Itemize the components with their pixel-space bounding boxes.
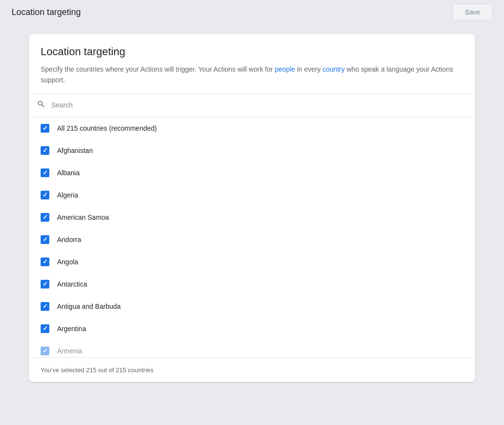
list-item[interactable]: ✓ Antigua and Barbuda <box>29 295 475 318</box>
checkbox-andorra[interactable]: ✓ <box>41 235 49 244</box>
card-title: Location targeting <box>41 46 463 58</box>
save-button[interactable]: Save <box>453 4 492 20</box>
list-item[interactable]: ✓ Afghanistan <box>29 139 475 162</box>
check-icon: ✓ <box>43 303 48 309</box>
country-name: Afghanistan <box>57 147 93 154</box>
people-link[interactable]: people <box>275 65 295 73</box>
checkbox-albania[interactable]: ✓ <box>41 168 49 177</box>
checkbox-all[interactable]: ✓ <box>41 124 49 133</box>
list-item[interactable]: ✓ Armenia <box>29 340 475 357</box>
check-icon: ✓ <box>43 169 48 176</box>
country-name: Armenia <box>57 347 82 355</box>
check-icon: ✓ <box>43 214 48 220</box>
list-item[interactable]: ✓ Argentina <box>29 318 475 340</box>
check-icon: ✓ <box>43 125 48 131</box>
list-item[interactable]: ✓ Andorra <box>29 228 475 251</box>
country-name: Argentina <box>57 325 86 333</box>
checkbox-antigua-barbuda[interactable]: ✓ <box>41 302 49 311</box>
check-icon: ✓ <box>43 147 48 153</box>
checkbox-armenia[interactable]: ✓ <box>41 347 49 355</box>
checkbox-argentina[interactable]: ✓ <box>41 324 49 333</box>
list-item[interactable]: ✓ Albania <box>29 162 475 184</box>
checkbox-afghanistan[interactable]: ✓ <box>41 146 49 155</box>
search-input[interactable] <box>51 101 467 109</box>
country-name: American Samoa <box>57 213 109 221</box>
country-name: Antigua and Barbuda <box>57 303 121 310</box>
search-container <box>29 93 475 117</box>
country-name: All 215 countries (recommended) <box>57 124 157 132</box>
country-name: Algeria <box>57 191 78 199</box>
country-link[interactable]: country <box>323 65 345 73</box>
country-name: Albania <box>57 169 80 177</box>
list-item[interactable]: ✓ Angola <box>29 251 475 273</box>
selection-status: You've selected 215 out of 215 countries <box>41 366 153 374</box>
page-title: Location targeting <box>12 7 81 17</box>
country-name: Andorra <box>57 236 81 243</box>
card-footer: You've selected 215 out of 215 countries <box>29 357 475 382</box>
main-content: Location targeting Specify the countries… <box>0 24 504 392</box>
list-item[interactable]: ✓ Algeria <box>29 184 475 206</box>
checkbox-angola[interactable]: ✓ <box>41 258 49 266</box>
card-header: Location targeting Specify the countries… <box>29 34 475 93</box>
check-icon: ✓ <box>43 325 48 332</box>
list-item[interactable]: ✓ American Samoa <box>29 206 475 228</box>
check-icon: ✓ <box>43 192 48 198</box>
check-icon: ✓ <box>43 258 48 265</box>
country-name: Angola <box>57 258 78 266</box>
check-icon: ✓ <box>43 281 48 287</box>
check-icon: ✓ <box>43 348 48 354</box>
check-icon: ✓ <box>43 236 48 243</box>
checkbox-american-samoa[interactable]: ✓ <box>41 213 49 222</box>
top-bar: Location targeting Save <box>0 0 504 24</box>
countries-list[interactable]: ✓ All 215 countries (recommended) ✓ Afgh… <box>29 117 475 357</box>
list-item[interactable]: ✓ Antarctica <box>29 273 475 295</box>
country-name: Antarctica <box>57 280 87 288</box>
checkbox-antarctica[interactable]: ✓ <box>41 280 49 288</box>
list-item[interactable]: ✓ All 215 countries (recommended) <box>29 117 475 139</box>
card-description: Specify the countries where your Actions… <box>41 64 463 86</box>
location-targeting-card: Location targeting Specify the countries… <box>29 34 475 382</box>
search-icon <box>37 100 45 111</box>
checkbox-algeria[interactable]: ✓ <box>41 191 49 199</box>
